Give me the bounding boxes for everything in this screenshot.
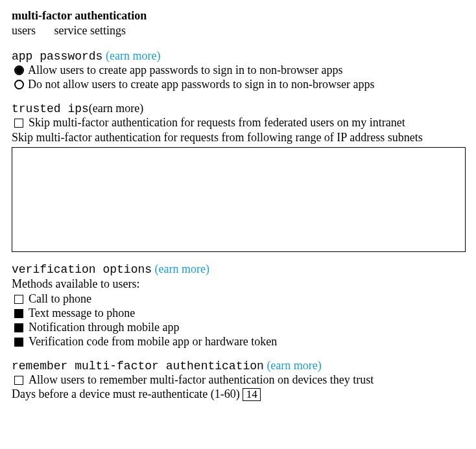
ip-subnets-input[interactable] [12,147,466,252]
radio-row-allow-app-passwords[interactable]: Allow users to create app passwords to s… [12,63,464,77]
checkbox-label: Text message to phone [29,306,135,320]
verification-heading: verification options [12,263,152,276]
section-remember-mfa: remember multi-factor authentication (ea… [12,359,464,401]
verification-learn-link[interactable]: (earn more) [155,262,209,275]
checkbox-label: Notification through mobile app [29,321,179,334]
trusted-ips-heading: trusted ips [12,102,89,115]
checkbox-icon [14,376,23,385]
checkbox-icon [14,309,23,318]
trusted-ips-learn-link[interactable]: (earn more) [89,102,143,115]
remember-learn-link[interactable]: (earn more) [267,359,321,372]
radio-icon [14,65,24,75]
verification-header: verification options (earn more) [12,262,464,276]
tab-users[interactable]: users [12,24,36,38]
page-title: multi-factor authentication [12,9,464,23]
radio-row-deny-app-passwords[interactable]: Do not allow users to create app passwor… [12,78,464,91]
checkbox-row-notification-app[interactable]: Notification through mobile app [12,321,464,334]
section-trusted-ips: trusted ips(earn more) Skip multi-factor… [12,102,464,252]
verification-subheading: Methods available to users: [12,277,464,291]
checkbox-label: Call to phone [29,292,91,306]
tabs: users service settings [12,24,464,38]
remember-header: remember multi-factor authentication (ea… [12,359,464,373]
checkbox-icon [14,295,23,304]
app-passwords-heading: app passwords [12,50,102,63]
trusted-ips-header: trusted ips(earn more) [12,102,464,115]
radio-label: Allow users to create app passwords to s… [28,63,342,77]
radio-label: Do not allow users to create app passwor… [28,78,374,91]
checkbox-label: Allow users to remember multi-factor aut… [29,373,374,387]
app-passwords-header: app passwords (earn more) [12,49,464,63]
app-passwords-learn-link[interactable]: (earn more) [106,49,160,62]
checkbox-row-text-phone[interactable]: Text message to phone [12,306,464,320]
checkbox-icon [14,119,23,128]
checkbox-row-skip-federated[interactable]: Skip multi-factor authentication for req… [12,116,464,130]
checkbox-icon [14,323,23,332]
checkbox-label: Verification code from mobile app or har… [29,335,277,349]
checkbox-icon [14,338,23,347]
checkbox-label: Skip multi-factor authentication for req… [29,116,405,130]
radio-icon [14,80,24,89]
tab-service-settings[interactable]: service settings [54,24,126,38]
skip-ip-range-label: Skip multi-factor authentication for req… [12,131,464,144]
checkbox-row-verification-code[interactable]: Verification code from mobile app or har… [12,335,464,349]
days-row: Days before a device must re-authenticat… [12,387,464,401]
section-app-passwords: app passwords (earn more) Allow users to… [12,49,464,91]
section-verification-options: verification options (earn more) Methods… [12,262,464,349]
checkbox-row-call-phone[interactable]: Call to phone [12,292,464,306]
days-label: Days before a device must re-authenticat… [12,387,243,400]
days-input[interactable] [243,388,261,401]
checkbox-row-remember-mfa[interactable]: Allow users to remember multi-factor aut… [12,373,464,387]
remember-heading: remember multi-factor authentication [12,360,264,373]
